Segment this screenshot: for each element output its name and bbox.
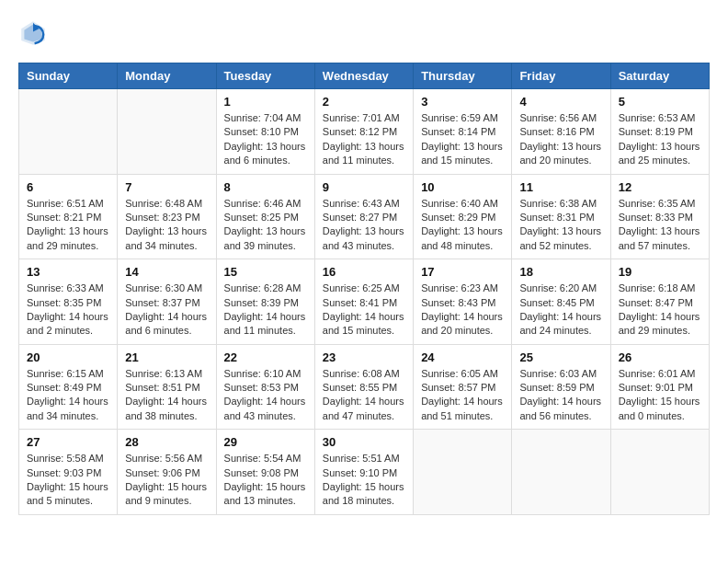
day-number: 30 — [323, 435, 405, 449]
day-number: 1 — [224, 95, 307, 109]
weekday-header-row: SundayMondayTuesdayWednesdayThursdayFrid… — [19, 63, 710, 89]
day-number: 18 — [519, 265, 602, 279]
calendar-cell: 13Sunrise: 6:33 AM Sunset: 8:35 PM Dayli… — [19, 259, 118, 345]
day-number: 13 — [27, 265, 109, 279]
day-number: 17 — [421, 265, 504, 279]
calendar-cell: 29Sunrise: 5:54 AM Sunset: 9:08 PM Dayli… — [216, 430, 314, 515]
calendar-cell: 4Sunrise: 6:56 AM Sunset: 8:16 PM Daylig… — [512, 89, 610, 175]
day-number: 20 — [27, 350, 109, 364]
day-info: Sunrise: 6:33 AM Sunset: 8:35 PM Dayligh… — [27, 282, 109, 339]
day-info: Sunrise: 7:04 AM Sunset: 8:10 PM Dayligh… — [224, 111, 307, 168]
day-number: 21 — [125, 350, 208, 364]
day-info: Sunrise: 7:01 AM Sunset: 8:12 PM Dayligh… — [323, 111, 405, 168]
day-info: Sunrise: 6:25 AM Sunset: 8:41 PM Dayligh… — [323, 282, 405, 339]
calendar-cell — [414, 430, 512, 515]
calendar-cell — [610, 430, 709, 515]
day-number: 25 — [519, 350, 602, 364]
day-number: 4 — [519, 95, 602, 109]
day-number: 8 — [224, 180, 307, 194]
calendar-cell: 20Sunrise: 6:15 AM Sunset: 8:49 PM Dayli… — [19, 344, 118, 430]
page-header — [18, 18, 710, 48]
calendar-cell: 25Sunrise: 6:03 AM Sunset: 8:59 PM Dayli… — [512, 344, 610, 430]
calendar-week-2: 6Sunrise: 6:51 AM Sunset: 8:21 PM Daylig… — [19, 174, 710, 259]
logo-icon — [18, 18, 48, 48]
day-info: Sunrise: 5:54 AM Sunset: 9:08 PM Dayligh… — [224, 452, 307, 509]
calendar-cell: 12Sunrise: 6:35 AM Sunset: 8:33 PM Dayli… — [610, 174, 709, 259]
calendar-cell: 22Sunrise: 6:10 AM Sunset: 8:53 PM Dayli… — [216, 344, 314, 430]
day-info: Sunrise: 6:10 AM Sunset: 8:53 PM Dayligh… — [224, 367, 307, 424]
day-info: Sunrise: 6:53 AM Sunset: 8:19 PM Dayligh… — [619, 111, 701, 168]
day-number: 24 — [421, 350, 504, 364]
weekday-header-sunday: Sunday — [19, 63, 118, 89]
calendar-cell: 6Sunrise: 6:51 AM Sunset: 8:21 PM Daylig… — [19, 174, 118, 259]
day-info: Sunrise: 6:40 AM Sunset: 8:29 PM Dayligh… — [421, 197, 504, 254]
day-info: Sunrise: 6:28 AM Sunset: 8:39 PM Dayligh… — [224, 282, 307, 339]
day-info: Sunrise: 6:59 AM Sunset: 8:14 PM Dayligh… — [421, 111, 504, 168]
day-number: 11 — [519, 180, 602, 194]
calendar-week-4: 20Sunrise: 6:15 AM Sunset: 8:49 PM Dayli… — [19, 344, 710, 430]
calendar-cell — [118, 89, 216, 175]
day-info: Sunrise: 6:46 AM Sunset: 8:25 PM Dayligh… — [224, 197, 307, 254]
day-number: 16 — [323, 265, 405, 279]
calendar-cell: 3Sunrise: 6:59 AM Sunset: 8:14 PM Daylig… — [414, 89, 512, 175]
day-info: Sunrise: 6:03 AM Sunset: 8:59 PM Dayligh… — [519, 367, 602, 424]
day-number: 5 — [619, 95, 701, 109]
calendar-cell: 26Sunrise: 6:01 AM Sunset: 9:01 PM Dayli… — [610, 344, 709, 430]
calendar-table: SundayMondayTuesdayWednesdayThursdayFrid… — [18, 63, 710, 515]
day-info: Sunrise: 6:38 AM Sunset: 8:31 PM Dayligh… — [519, 197, 602, 254]
day-number: 3 — [421, 95, 504, 109]
calendar-cell: 18Sunrise: 6:20 AM Sunset: 8:45 PM Dayli… — [512, 259, 610, 345]
day-info: Sunrise: 6:48 AM Sunset: 8:23 PM Dayligh… — [125, 197, 208, 254]
calendar-cell: 15Sunrise: 6:28 AM Sunset: 8:39 PM Dayli… — [216, 259, 314, 345]
day-info: Sunrise: 6:08 AM Sunset: 8:55 PM Dayligh… — [323, 367, 405, 424]
calendar-cell: 24Sunrise: 6:05 AM Sunset: 8:57 PM Dayli… — [414, 344, 512, 430]
day-number: 28 — [125, 435, 208, 449]
day-info: Sunrise: 6:01 AM Sunset: 9:01 PM Dayligh… — [619, 367, 701, 424]
calendar-cell — [19, 89, 118, 175]
day-info: Sunrise: 6:18 AM Sunset: 8:47 PM Dayligh… — [619, 282, 701, 339]
calendar-week-5: 27Sunrise: 5:58 AM Sunset: 9:03 PM Dayli… — [19, 430, 710, 515]
calendar-week-3: 13Sunrise: 6:33 AM Sunset: 8:35 PM Dayli… — [19, 259, 710, 345]
calendar-cell: 8Sunrise: 6:46 AM Sunset: 8:25 PM Daylig… — [216, 174, 314, 259]
weekday-header-monday: Monday — [118, 63, 216, 89]
calendar-cell: 10Sunrise: 6:40 AM Sunset: 8:29 PM Dayli… — [414, 174, 512, 259]
day-info: Sunrise: 6:23 AM Sunset: 8:43 PM Dayligh… — [421, 282, 504, 339]
calendar-cell — [512, 430, 610, 515]
day-info: Sunrise: 6:56 AM Sunset: 8:16 PM Dayligh… — [519, 111, 602, 168]
calendar-cell: 1Sunrise: 7:04 AM Sunset: 8:10 PM Daylig… — [216, 89, 314, 175]
day-info: Sunrise: 5:56 AM Sunset: 9:06 PM Dayligh… — [125, 452, 208, 509]
calendar-cell: 23Sunrise: 6:08 AM Sunset: 8:55 PM Dayli… — [314, 344, 413, 430]
day-info: Sunrise: 5:51 AM Sunset: 9:10 PM Dayligh… — [323, 452, 405, 509]
weekday-header-tuesday: Tuesday — [216, 63, 314, 89]
day-number: 7 — [125, 180, 208, 194]
calendar-cell: 21Sunrise: 6:13 AM Sunset: 8:51 PM Dayli… — [118, 344, 216, 430]
day-info: Sunrise: 6:30 AM Sunset: 8:37 PM Dayligh… — [125, 282, 208, 339]
logo — [18, 18, 51, 48]
calendar-cell: 30Sunrise: 5:51 AM Sunset: 9:10 PM Dayli… — [314, 430, 413, 515]
day-number: 2 — [323, 95, 405, 109]
weekday-header-thursday: Thursday — [414, 63, 512, 89]
day-info: Sunrise: 6:35 AM Sunset: 8:33 PM Dayligh… — [619, 197, 701, 254]
day-number: 29 — [224, 435, 307, 449]
day-number: 14 — [125, 265, 208, 279]
weekday-header-wednesday: Wednesday — [314, 63, 413, 89]
calendar-week-1: 1Sunrise: 7:04 AM Sunset: 8:10 PM Daylig… — [19, 89, 710, 175]
calendar-cell: 16Sunrise: 6:25 AM Sunset: 8:41 PM Dayli… — [314, 259, 413, 345]
day-info: Sunrise: 6:51 AM Sunset: 8:21 PM Dayligh… — [27, 197, 109, 254]
day-info: Sunrise: 5:58 AM Sunset: 9:03 PM Dayligh… — [27, 452, 109, 509]
day-number: 26 — [619, 350, 701, 364]
calendar-cell: 7Sunrise: 6:48 AM Sunset: 8:23 PM Daylig… — [118, 174, 216, 259]
day-info: Sunrise: 6:15 AM Sunset: 8:49 PM Dayligh… — [27, 367, 109, 424]
calendar-cell: 2Sunrise: 7:01 AM Sunset: 8:12 PM Daylig… — [314, 89, 413, 175]
day-number: 6 — [27, 180, 109, 194]
day-number: 15 — [224, 265, 307, 279]
day-number: 10 — [421, 180, 504, 194]
calendar-cell: 14Sunrise: 6:30 AM Sunset: 8:37 PM Dayli… — [118, 259, 216, 345]
calendar-cell: 11Sunrise: 6:38 AM Sunset: 8:31 PM Dayli… — [512, 174, 610, 259]
day-number: 12 — [619, 180, 701, 194]
day-info: Sunrise: 6:43 AM Sunset: 8:27 PM Dayligh… — [323, 197, 405, 254]
calendar-cell: 5Sunrise: 6:53 AM Sunset: 8:19 PM Daylig… — [610, 89, 709, 175]
calendar-cell: 9Sunrise: 6:43 AM Sunset: 8:27 PM Daylig… — [314, 174, 413, 259]
day-number: 19 — [619, 265, 701, 279]
day-info: Sunrise: 6:05 AM Sunset: 8:57 PM Dayligh… — [421, 367, 504, 424]
